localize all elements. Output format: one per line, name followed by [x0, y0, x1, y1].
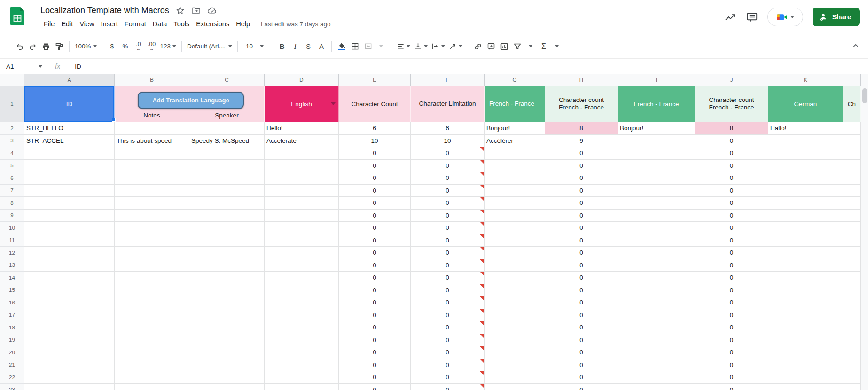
cell-I18[interactable]: [618, 321, 695, 334]
cell-J9[interactable]: 0: [695, 210, 768, 222]
cell-E19[interactable]: 0: [339, 334, 411, 347]
cell-G12[interactable]: [485, 247, 545, 259]
cell-E6[interactable]: 0: [339, 172, 411, 185]
cell-J18[interactable]: 0: [695, 321, 768, 334]
cell-D10[interactable]: [265, 222, 339, 234]
insert-comment-button[interactable]: [485, 39, 498, 54]
cell-G19[interactable]: [485, 334, 545, 347]
cell-C14[interactable]: [189, 272, 265, 284]
cell-I9[interactable]: [618, 210, 695, 222]
cell-H6[interactable]: 0: [545, 172, 618, 185]
cell-G17[interactable]: [485, 309, 545, 322]
cell-J20[interactable]: 0: [695, 346, 768, 359]
cell-E4[interactable]: 0: [339, 147, 411, 160]
cell-C20[interactable]: [189, 346, 265, 359]
cell-J23[interactable]: 0: [695, 384, 768, 390]
cell-L17[interactable]: [843, 309, 861, 322]
cell-C10[interactable]: [189, 222, 265, 234]
last-edit-link[interactable]: Last edit was 7 days ago: [261, 21, 331, 28]
cell-L12[interactable]: [843, 247, 861, 259]
cell-A13[interactable]: [24, 259, 115, 272]
cell-I1[interactable]: French - France: [618, 86, 695, 122]
cell-I11[interactable]: [618, 234, 695, 247]
strikethrough-button[interactable]: S: [302, 39, 315, 54]
star-icon[interactable]: [176, 6, 185, 15]
cell-A2[interactable]: STR_HELLO: [24, 122, 115, 135]
menu-tools[interactable]: Tools: [170, 19, 193, 29]
cell-E3[interactable]: 10: [339, 135, 411, 148]
cell-J17[interactable]: 0: [695, 309, 768, 322]
row-header-14[interactable]: 14: [0, 272, 24, 284]
cell-G4[interactable]: [485, 147, 545, 160]
cell-E23[interactable]: 0: [339, 384, 411, 390]
cell-A6[interactable]: [24, 172, 115, 185]
cell-E12[interactable]: 0: [339, 247, 411, 259]
cell-I17[interactable]: [618, 309, 695, 322]
insert-chart-button[interactable]: [498, 39, 511, 54]
cell-I5[interactable]: [618, 160, 695, 172]
cell-F10[interactable]: 0: [411, 222, 485, 234]
cell-D22[interactable]: [265, 371, 339, 384]
cell-B2[interactable]: [115, 122, 189, 135]
cell-F15[interactable]: 0: [411, 284, 485, 297]
cell-G11[interactable]: [485, 234, 545, 247]
column-header-G[interactable]: G: [485, 74, 545, 86]
cell-I12[interactable]: [618, 247, 695, 259]
cell-C18[interactable]: [189, 321, 265, 334]
number-format-select[interactable]: 123: [158, 39, 179, 54]
cell-J11[interactable]: 0: [695, 234, 768, 247]
cell-L20[interactable]: [843, 346, 861, 359]
cell-B5[interactable]: [115, 160, 189, 172]
cell-B13[interactable]: [115, 259, 189, 272]
cell-L16[interactable]: [843, 296, 861, 309]
column-header-F[interactable]: F: [411, 74, 485, 86]
cell-D12[interactable]: [265, 247, 339, 259]
row-header-13[interactable]: 13: [0, 259, 24, 272]
cell-K20[interactable]: [768, 346, 843, 359]
cell-C23[interactable]: [189, 384, 265, 390]
cell-J19[interactable]: 0: [695, 334, 768, 347]
cell-F4[interactable]: 0: [411, 147, 485, 160]
cell-G2[interactable]: Bonjour!: [485, 122, 545, 135]
cell-B15[interactable]: [115, 284, 189, 297]
cell-J1[interactable]: Character count French - France: [695, 86, 768, 122]
cell-L7[interactable]: [843, 185, 861, 197]
cell-C15[interactable]: [189, 284, 265, 297]
cell-A16[interactable]: [24, 296, 115, 309]
row-header-21[interactable]: 21: [0, 359, 24, 372]
cell-E15[interactable]: 0: [339, 284, 411, 297]
cell-J16[interactable]: 0: [695, 296, 768, 309]
cell-K21[interactable]: [768, 359, 843, 372]
cell-L11[interactable]: [843, 234, 861, 247]
cell-B17[interactable]: [115, 309, 189, 322]
row-header-8[interactable]: 8: [0, 197, 24, 210]
menu-file[interactable]: File: [40, 19, 58, 29]
cell-I23[interactable]: [618, 384, 695, 390]
cell-J22[interactable]: 0: [695, 371, 768, 384]
cell-I22[interactable]: [618, 371, 695, 384]
cell-F9[interactable]: 0: [411, 210, 485, 222]
cell-K17[interactable]: [768, 309, 843, 322]
menu-view[interactable]: View: [76, 19, 97, 29]
cell-F1[interactable]: Character Limitation: [411, 86, 485, 122]
cell-D18[interactable]: [265, 321, 339, 334]
cell-E16[interactable]: 0: [339, 296, 411, 309]
filter-button[interactable]: [511, 39, 524, 54]
row-header-9[interactable]: 9: [0, 210, 24, 222]
dropdown-arrow-icon[interactable]: [331, 102, 336, 105]
cell-D17[interactable]: [265, 309, 339, 322]
cell-F21[interactable]: 0: [411, 359, 485, 372]
cell-K10[interactable]: [768, 222, 843, 234]
cell-K4[interactable]: [768, 147, 843, 160]
cell-L13[interactable]: [843, 259, 861, 272]
cell-E18[interactable]: 0: [339, 321, 411, 334]
cell-A10[interactable]: [24, 222, 115, 234]
cell-B19[interactable]: [115, 334, 189, 347]
cell-L2[interactable]: [843, 122, 861, 135]
merge-dropdown-caret[interactable]: [375, 39, 388, 54]
cell-H2[interactable]: 8: [545, 122, 618, 135]
cell-F20[interactable]: 0: [411, 346, 485, 359]
cell-G16[interactable]: [485, 296, 545, 309]
cell-H1[interactable]: Character count French - France: [545, 86, 618, 122]
cell-H8[interactable]: 0: [545, 197, 618, 210]
